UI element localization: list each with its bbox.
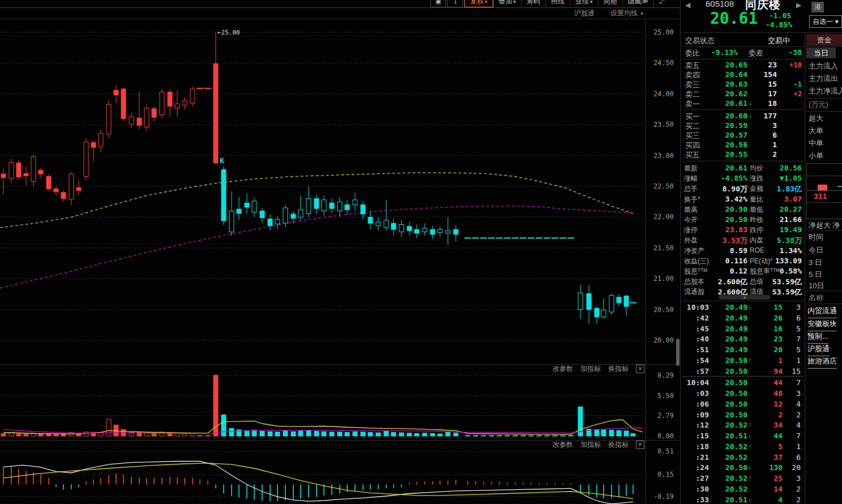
tick-row[interactable]: :0920.5022: [682, 409, 804, 420]
panel-collapse-handle[interactable]: ▲: [719, 295, 770, 300]
tick-volume: 34: [754, 421, 783, 429]
order-book-buy-levels: 买一20.60↓177买二20.593买三20.576买四20.561买五20.…: [682, 111, 804, 159]
svg-text:22.50: 22.50: [653, 182, 674, 190]
level-qty: 6: [743, 131, 777, 139]
tick-row[interactable]: :1520.51↓447: [682, 430, 804, 441]
buy-row[interactable]: 买一20.60↓177: [682, 111, 804, 121]
tick-volume: 15: [754, 303, 783, 311]
close-icon[interactable]: ✕: [636, 441, 644, 449]
tab-funds-today[interactable]: 当日: [806, 48, 836, 58]
panel-button[interactable]: 改参数: [553, 364, 573, 374]
tick-row[interactable]: :3320.51↓42: [682, 494, 804, 504]
tick-time: :15: [684, 432, 709, 440]
level-price: 20.55: [704, 150, 747, 159]
stats-row: 最新20.61均价20.56: [682, 163, 804, 173]
wb-label: 委比: [685, 48, 700, 58]
stat-value: 20.61: [716, 164, 747, 172]
tick-row[interactable]: :1220.52↑344: [682, 420, 804, 430]
prev-stock-arrow[interactable]: ◀: [685, 1, 690, 9]
sector-link[interactable]: 沪股通: [807, 344, 830, 356]
panel-button[interactable]: 换指标: [608, 364, 629, 374]
tick-row[interactable]: :5120.49205: [682, 344, 804, 355]
stat-label: 昨收: [750, 215, 763, 225]
sell-row[interactable]: 卖二20.6217+2: [682, 89, 804, 99]
tab-period[interactable]: 今日: [809, 245, 823, 255]
panel-button[interactable]: 加指标: [580, 364, 601, 374]
next-stock-arrow[interactable]: ▶: [796, 1, 801, 9]
tick-row[interactable]: :4220.49266: [682, 313, 804, 323]
buy-row[interactable]: 买三20.576: [682, 130, 804, 140]
commission-ratio-row: 委比 -9.13% 委差 -38: [682, 48, 804, 58]
stats-row: 换手*3.42%量比3.07: [682, 194, 804, 204]
buy-row[interactable]: 买二20.593: [682, 121, 804, 130]
tick-row[interactable]: :1820.52↑51: [682, 441, 804, 452]
tab-period[interactable]: 5 日: [809, 270, 822, 280]
tick-row[interactable]: :0620.50124: [682, 399, 804, 409]
tick-count: 5: [784, 345, 801, 354]
tick-row[interactable]: :2120.52376: [682, 452, 804, 463]
funds-flow-item: 主力净流入: [809, 86, 842, 96]
level-qty: 17: [743, 89, 777, 98]
level-delta: -1: [779, 80, 802, 88]
sell-row[interactable]: 卖五20.6523+10: [682, 60, 804, 70]
panel-divider: [680, 0, 681, 504]
tick-price: 20.52: [715, 421, 747, 429]
tab-period[interactable]: 10日: [809, 281, 824, 291]
chart-scrollbar-thumb[interactable]: [676, 339, 679, 366]
sector-link[interactable]: 预制...: [807, 331, 828, 344]
tick-row[interactable]: :3020.52142: [682, 484, 804, 494]
tick-row[interactable]: 10:0420.50447: [682, 377, 804, 388]
tick-count: 2: [784, 411, 801, 419]
tick-volume: 16: [754, 324, 783, 333]
panel-button[interactable]: 改参数: [553, 440, 573, 450]
stat-value: 21.66: [768, 215, 802, 224]
stat-label: 总股本: [684, 277, 704, 287]
tick-time: :33: [684, 496, 709, 504]
tick-row[interactable]: :4520.49165: [682, 323, 804, 334]
stat-label: 最低: [750, 205, 763, 215]
sell-row[interactable]: 卖一20.61↓18: [682, 99, 804, 108]
funds-name-label: 名称: [809, 293, 823, 303]
stats-row: 总股本2.600亿总值53.59亿: [682, 276, 804, 287]
stats-row: 最高20.90最低20.27: [682, 204, 804, 215]
stat-value: 20.56: [768, 164, 802, 172]
panel-button[interactable]: 换指标: [608, 440, 629, 450]
tab-funds[interactable]: 资金: [806, 34, 842, 46]
arrow-up-icon: ↑: [748, 474, 751, 482]
tick-time: :57: [684, 367, 709, 375]
arrow-up-icon: ↑: [748, 356, 751, 364]
tick-row[interactable]: :4820.49237: [682, 334, 804, 344]
level-price: 20.61: [704, 99, 747, 108]
hk-market-badge[interactable]: 港: [811, 2, 824, 12]
svg-text:8.29: 8.29: [657, 371, 674, 379]
tick-row[interactable]: :5720.509415: [682, 366, 804, 377]
tick-row[interactable]: :2420.50↓13020: [682, 462, 804, 473]
tick-row[interactable]: :0320.50483: [682, 388, 804, 399]
sector-link[interactable]: 旅游酒店: [807, 356, 837, 369]
sell-row[interactable]: 卖四20.64154: [682, 70, 804, 79]
tick-volume: 48: [754, 389, 783, 398]
tick-row[interactable]: 10:0320.49↓153: [682, 302, 804, 313]
watchlist-dropdown-button[interactable]: 自选一 ▾: [809, 15, 842, 28]
sector-link[interactable]: 安徽板块: [807, 319, 837, 331]
funds-net-label: 净超大 净: [809, 220, 840, 230]
volume-panel-toolbar: 改参数加指标换指标✕: [553, 365, 644, 373]
panel-button[interactable]: 加指标: [580, 440, 601, 450]
close-icon[interactable]: ✕: [636, 365, 644, 373]
sector-link[interactable]: 内贸流通: [807, 306, 837, 318]
svg-text:25.00: 25.00: [653, 28, 674, 36]
level-label: 卖一: [685, 99, 700, 109]
buy-row[interactable]: 买四20.561: [682, 140, 804, 150]
tick-row[interactable]: :2720.52↑253: [682, 473, 804, 484]
buy-row[interactable]: 买五20.552: [682, 150, 804, 159]
kline-chart-canvas[interactable]: 25.0024.5024.0023.5023.0022.5022.0021.50…: [0, 0, 679, 504]
tab-period[interactable]: 3 日: [809, 258, 822, 268]
wc-label: 委差: [749, 48, 763, 58]
sell-row[interactable]: 卖三20.6315-1: [682, 79, 804, 89]
tick-time: :18: [684, 442, 709, 451]
level-qty: 154: [743, 70, 777, 79]
tick-row[interactable]: :5420.50↑11: [682, 355, 804, 366]
stat-value: 20.50: [716, 215, 747, 224]
svg-text:0.15: 0.15: [657, 471, 674, 479]
level-price: 20.65: [704, 61, 747, 69]
